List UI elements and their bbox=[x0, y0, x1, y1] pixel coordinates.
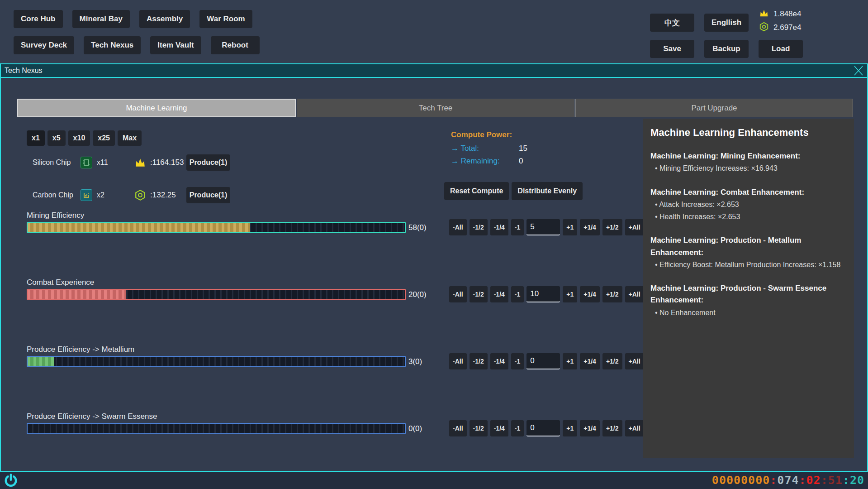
mining-plus-one-button[interactable]: +1 bbox=[563, 219, 577, 235]
nav-assembly-button[interactable]: Assembly bbox=[139, 10, 190, 28]
combat-minus-quarter-button[interactable]: -1/4 bbox=[490, 286, 508, 302]
tab-tech-tree[interactable]: Tech Tree bbox=[297, 99, 574, 117]
combat-plus-all-button[interactable]: +All bbox=[625, 286, 644, 302]
combat-experience-bar-fill bbox=[28, 290, 126, 299]
currency-block: 1.848e4 2.697e4 bbox=[759, 7, 801, 34]
swarm-minus-quarter-button[interactable]: -1/4 bbox=[490, 420, 508, 436]
mult-x5-button[interactable]: x5 bbox=[47, 130, 66, 146]
combat-plus-one-button[interactable]: +1 bbox=[563, 286, 577, 302]
reset-compute-button[interactable]: Reset Compute bbox=[444, 182, 509, 200]
combat-minus-half-button[interactable]: -1/2 bbox=[470, 286, 488, 302]
enhancements-panel: Machine Learning Enhancements Machine Le… bbox=[643, 119, 854, 458]
carbon-produce-button[interactable]: Produce(1) bbox=[186, 187, 230, 203]
nav-mineral-bay-button[interactable]: Mineral Bay bbox=[72, 10, 130, 28]
nav-item-vault-button[interactable]: Item Vault bbox=[150, 36, 201, 54]
swarm-minus-one-button[interactable]: -1 bbox=[511, 420, 524, 436]
mult-x10-button[interactable]: x10 bbox=[68, 130, 90, 146]
tab-machine-learning[interactable]: Machine Learning bbox=[17, 99, 296, 117]
metallium-plus-half-button[interactable]: +1/2 bbox=[602, 353, 622, 369]
compute-buttons: Reset Compute Distribute Evenly bbox=[444, 182, 583, 200]
nav-row-2: Survey Deck Tech Nexus Item Vault Reboot bbox=[14, 36, 260, 54]
combat-allocation-input[interactable] bbox=[526, 286, 560, 302]
mining-enhancement-heading: Machine Learning: Mining Enhancement: bbox=[650, 150, 847, 162]
timer-segment: 20 bbox=[850, 474, 864, 487]
distribute-evenly-button[interactable]: Distribute Evenly bbox=[512, 182, 583, 200]
timer-separator: : bbox=[799, 474, 806, 487]
backup-button[interactable]: Backup bbox=[704, 40, 749, 58]
swarm-plus-quarter-button[interactable]: +1/4 bbox=[580, 420, 600, 436]
compute-remaining-label: → Remaining: bbox=[451, 157, 519, 166]
swarm-plus-one-button[interactable]: +1 bbox=[563, 420, 577, 436]
swarm-plus-all-button[interactable]: +All bbox=[625, 420, 644, 436]
combat-attack-bullet: Attack Increases: ×2.653 bbox=[650, 198, 847, 211]
mining-efficiency-label: Mining Efficiency bbox=[27, 211, 84, 220]
swarm-minus-half-button[interactable]: -1/2 bbox=[470, 420, 488, 436]
nav-reboot-button[interactable]: Reboot bbox=[211, 36, 260, 54]
metallium-minus-quarter-button[interactable]: -1/4 bbox=[490, 353, 508, 369]
metallium-plus-all-button[interactable]: +All bbox=[625, 353, 644, 369]
timer-separator: : bbox=[770, 474, 777, 487]
nav-row-1: Core Hub Mineral Bay Assembly War Room bbox=[14, 10, 252, 28]
mining-minus-half-button[interactable]: -1/2 bbox=[470, 219, 488, 235]
lang-english-button[interactable]: Engllish bbox=[704, 14, 749, 32]
gold-crown-icon bbox=[759, 8, 769, 20]
combat-minus-one-button[interactable]: -1 bbox=[511, 286, 524, 302]
timer-separator: : bbox=[821, 474, 828, 487]
swarm-efficiency-value: 0(0) bbox=[408, 423, 422, 434]
nav-tech-nexus-button[interactable]: Tech Nexus bbox=[84, 36, 141, 54]
green-hexagon-icon bbox=[759, 22, 769, 34]
mult-max-button[interactable]: Max bbox=[118, 130, 142, 146]
load-button[interactable]: Load bbox=[759, 40, 803, 58]
lang-chinese-button[interactable]: 中文 bbox=[650, 14, 694, 32]
metallium-minus-one-button[interactable]: -1 bbox=[511, 353, 524, 369]
metallium-allocation-input[interactable] bbox=[526, 353, 560, 369]
swarm-minus-all-button[interactable]: -All bbox=[449, 420, 467, 436]
compute-total-value: 15 bbox=[519, 144, 527, 153]
metallium-minus-half-button[interactable]: -1/2 bbox=[470, 353, 488, 369]
mining-minus-one-button[interactable]: -1 bbox=[511, 219, 524, 235]
silicon-produce-button[interactable]: Produce(1) bbox=[186, 154, 230, 171]
mining-minus-quarter-button[interactable]: -1/4 bbox=[490, 219, 508, 235]
silicon-chip-count: x11 bbox=[97, 158, 108, 167]
mining-allocation-input[interactable] bbox=[526, 219, 560, 235]
combat-enhancement-section: Machine Learning: Combat Enhancement: At… bbox=[650, 187, 847, 223]
timer-segment: 074 bbox=[777, 474, 799, 487]
mining-plus-quarter-button[interactable]: +1/4 bbox=[580, 219, 600, 235]
mult-x1-button[interactable]: x1 bbox=[27, 130, 45, 146]
nav-survey-deck-button[interactable]: Survey Deck bbox=[14, 36, 74, 54]
mining-plus-all-button[interactable]: +All bbox=[625, 219, 644, 235]
nav-core-hub-button[interactable]: Core Hub bbox=[14, 10, 63, 28]
close-icon[interactable] bbox=[852, 65, 865, 77]
metallium-minus-all-button[interactable]: -All bbox=[449, 353, 467, 369]
swarm-allocation-input[interactable] bbox=[526, 420, 560, 436]
metallum-enhancement-section: Machine Learning: Production - Metallum … bbox=[650, 235, 847, 271]
power-icon[interactable] bbox=[4, 473, 18, 489]
mining-enhancement-bullet: Mining Efficiency Increases: ×16.943 bbox=[650, 162, 847, 174]
language-row: 中文 Engllish bbox=[650, 14, 749, 32]
mining-adjust-row: -All -1/2 -1/4 -1 +1 +1/4 +1/2 +All bbox=[449, 219, 644, 235]
multiplier-row: x1 x5 x10 x25 Max bbox=[27, 130, 142, 146]
combat-adjust-row: -All -1/2 -1/4 -1 +1 +1/4 +1/2 +All bbox=[449, 286, 644, 302]
save-button[interactable]: Save bbox=[650, 40, 694, 58]
compute-remaining-line: → Remaining: 0 bbox=[451, 157, 523, 166]
combat-plus-quarter-button[interactable]: +1/4 bbox=[580, 286, 600, 302]
combat-minus-all-button[interactable]: -All bbox=[449, 286, 467, 302]
currency-hex-value: 2.697e4 bbox=[773, 23, 801, 32]
mining-plus-half-button[interactable]: +1/2 bbox=[602, 219, 622, 235]
window-titlebar: Tech Nexus bbox=[1, 64, 867, 78]
mult-x25-button[interactable]: x25 bbox=[93, 130, 115, 146]
mining-enhancement-section: Machine Learning: Mining Enhancement: Mi… bbox=[650, 150, 847, 175]
metallium-efficiency-bar bbox=[27, 356, 406, 367]
metallium-plus-one-button[interactable]: +1 bbox=[563, 353, 577, 369]
nav-war-room-button[interactable]: War Room bbox=[199, 10, 252, 28]
combat-plus-half-button[interactable]: +1/2 bbox=[602, 286, 622, 302]
tab-part-upgrade[interactable]: Part Upgrade bbox=[575, 99, 853, 117]
mining-minus-all-button[interactable]: -All bbox=[449, 219, 467, 235]
tab-bar: Machine Learning Tech Tree Part Upgrade bbox=[17, 99, 853, 117]
top-bar: Core Hub Mineral Bay Assembly War Room S… bbox=[0, 0, 868, 63]
metallium-plus-quarter-button[interactable]: +1/4 bbox=[580, 353, 600, 369]
swarm-efficiency-label: Produce Efficiency -> Swarm Essense bbox=[27, 412, 157, 421]
metallum-enhancement-bullet: Efficiency Boost: Metallum Production In… bbox=[650, 259, 847, 271]
swarm-plus-half-button[interactable]: +1/2 bbox=[602, 420, 622, 436]
metallium-efficiency-label: Produce Efficiency -> Metallium bbox=[27, 345, 134, 354]
